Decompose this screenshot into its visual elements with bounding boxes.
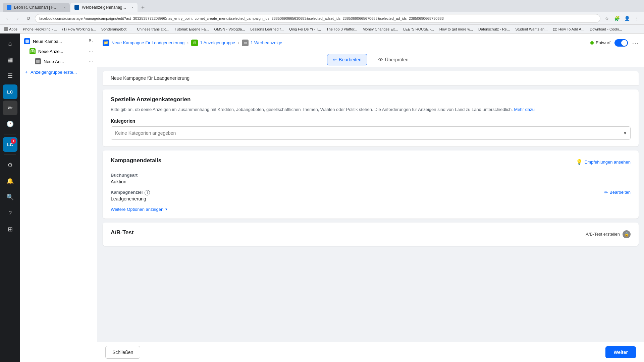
kategorien-dropdown[interactable]: Keine Kategorien angegeben ▾ [111,126,631,140]
bookmark-add[interactable]: (2) How To Add A... [551,26,586,32]
info-icon[interactable]: i [145,190,150,195]
ad-more-button[interactable]: ··· [89,59,93,64]
sidebar-item-history[interactable]: 🕐 [3,117,17,131]
bookmark-lee[interactable]: LEE 'S HOUSE -... [402,26,435,32]
sidebar-item-help[interactable]: ? [3,206,17,221]
breadcrumb-adgroup-label: 1 Anzeigengruppe [200,40,235,45]
nav-bar: ‹ › ↺ facebook.com/adsmanager/manage/cam… [0,12,644,25]
bearbeiten-tab[interactable]: ✏ Bearbeiten [327,54,367,65]
tab-close-facebook[interactable]: × [64,6,66,9]
ab-test-create-button[interactable]: A/B-Test erstellen 🔒 [586,230,631,238]
bookmark-money[interactable]: Money Changes Ex... [361,26,399,32]
campaign-title-input[interactable] [111,75,631,81]
sidebar-item-settings[interactable]: ⚙ [3,158,17,172]
breadcrumb-adgroup[interactable]: ⊟ 1 Anzeigengruppe [191,40,235,46]
bookmark-lessons[interactable]: Lessons Learned f... [249,26,285,32]
kampagnenziel-field: Kampagnenziel i ✏ Bearbeiten Leadgenerie… [111,190,631,201]
weiter-button[interactable]: Weiter [605,346,636,358]
tab-ads[interactable]: Werbeanzeigenmanager - We... × [70,3,138,12]
tree-item-ad[interactable]: Neue An... ··· [20,56,97,66]
breadcrumb-campaign-label: Neue Kampagne für Leadgenerierung [111,40,184,45]
toggle-knob [621,40,627,46]
bookmark-download[interactable]: Download - Cooki... [588,26,623,32]
bookmark-student[interactable]: Student Wants an... [514,26,549,32]
schliessen-button[interactable]: Schließen [105,346,140,359]
sidebar-item-search[interactable]: 🔍 [3,190,17,204]
weitere-optionen-label: Weitere Optionen anzeigen [111,207,163,212]
ab-test-title: A/B-Test [111,229,134,236]
top-bar-right: Entwurf ⋯ [590,39,639,47]
bookmark-apps[interactable]: Apps [3,26,19,32]
back-button[interactable]: ‹ [3,14,11,23]
bookmark-qing[interactable]: Qing Fei De Yi - T... [288,26,322,32]
kampagnenziel-label: Kampagnenziel [111,190,143,195]
top-bar: 📁 Neue Kampagne für Leadgenerierung › ⊟ … [97,34,644,52]
home-icon: ⌂ [8,40,12,47]
empfehlung-label: Empfehlungen ansehen [585,160,631,165]
add-adgroup-button[interactable]: ＋ Anzeigengruppe erste... [20,66,97,78]
bookmark-gmsn[interactable]: GMSN - Vologda... [213,26,246,32]
breadcrumb-folder-icon: 📁 [103,40,109,46]
bookmark-chinese[interactable]: Chinese translatic... [136,26,171,32]
ab-test-create-label: A/B-Test erstellen [586,232,620,237]
campaign-title-section [103,71,639,85]
sidebar-item-avatar[interactable]: LC [3,84,17,99]
bookmark-phone[interactable]: Phone Recycling - ... [21,26,58,32]
bookmark-datenschutz[interactable]: Datenschutz - Re... [477,26,511,32]
main-content: 📁 Neue Kampagne für Leadgenerierung › ⊟ … [97,34,644,362]
status-label: Entwurf [596,40,610,45]
tree-item-adgroup[interactable]: Neue Anze... ··· [20,46,97,56]
address-bar[interactable]: facebook.com/adsmanager/manage/campaigns… [35,14,600,23]
bookmark-howto[interactable]: How to get more w... [438,26,474,32]
bookmark-tutorial[interactable]: Tutorial: Eigene Fa... [173,26,210,32]
address-text: facebook.com/adsmanager/manage/campaigns… [39,16,444,20]
help-icon: ? [8,210,12,217]
bookmark-sonder[interactable]: Sonderangebot: ... [100,26,133,32]
plus-icon: ＋ [24,69,29,75]
sidebar-item-edit[interactable]: ✏ [3,101,17,115]
kampagnenziel-value: Leadgenerierung [111,196,631,201]
kategorien-placeholder: Keine Kategorien angegeben [115,130,176,136]
breadcrumb-ad[interactable]: ▭ 1 Werbeanzeige [242,40,282,46]
bookmark-working[interactable]: (1) How Working a... [61,26,97,32]
profile-button[interactable]: 👤 [623,14,631,23]
sidebar-item-avatar2[interactable]: LC 1 [3,137,17,152]
adgroup-more-button[interactable]: ··· [89,49,93,54]
mehr-dazu-link[interactable]: Mehr dazu [514,107,535,112]
ueberpruefen-tab[interactable]: 👁 Überprüfen [373,54,414,65]
action-bar: ✏ Bearbeiten 👁 Überprüfen [97,52,644,67]
close-sidebar-button[interactable]: × [86,36,94,44]
menu-button[interactable]: ⋮ [633,14,641,23]
tree-item-campaign[interactable]: Neue Kampa... ··· [20,36,97,46]
breadcrumb-ad-label: 1 Werbeanzeige [251,40,282,45]
reload-button[interactable]: ↺ [24,14,33,23]
more-options-button[interactable]: ⋯ [632,39,639,47]
bookmark-button[interactable]: ☆ [602,14,611,23]
bookmark-top3[interactable]: The Top 3 Platfor... [325,26,359,32]
ad-icon [35,58,41,64]
forward-button[interactable]: › [13,14,22,23]
breadcrumb-area: 📁 Neue Kampagne für Leadgenerierung › ⊟ … [103,40,586,46]
adgroup-icon [30,48,36,54]
sidebar-item-chart[interactable]: ▦ [3,52,17,67]
breadcrumb: 📁 Neue Kampagne für Leadgenerierung › ⊟ … [103,40,282,46]
scroll-content[interactable]: Spezielle Anzeigenkategorien Bitte gib a… [97,67,644,342]
kampagnendetails-section: Kampagnendetails 💡 Empfehlungen ansehen … [103,150,639,219]
tab-facebook[interactable]: Leon R. Chaudhari | Facebook × [3,3,70,12]
kampagnenziel-bearbeiten-button[interactable]: ✏ Bearbeiten [604,190,631,195]
toggle-switch[interactable] [614,39,628,47]
buchungsart-field: Buchungsart Auktion [111,173,631,184]
gear-icon: ⚙ [7,161,13,169]
weitere-optionen-button[interactable]: Weitere Optionen anzeigen ▾ [111,207,631,212]
kampagnendetails-title: Kampagnendetails [111,157,161,164]
extensions-button[interactable]: 🧩 [612,14,621,23]
tab-close-ads[interactable]: × [131,6,133,9]
sidebar-item-menu[interactable]: ☰ [3,68,17,83]
sidebar-item-home[interactable]: ⌂ [3,36,17,51]
breadcrumb-campaign[interactable]: 📁 Neue Kampagne für Leadgenerierung [103,40,184,46]
new-tab-button[interactable]: + [138,3,148,12]
sidebar-item-grid[interactable]: ⊞ [3,222,17,237]
svg-rect-3 [36,60,40,63]
sidebar-item-notifications[interactable]: 🔔 [3,174,17,188]
empfehlung-button[interactable]: 💡 Empfehlungen ansehen [576,159,631,165]
